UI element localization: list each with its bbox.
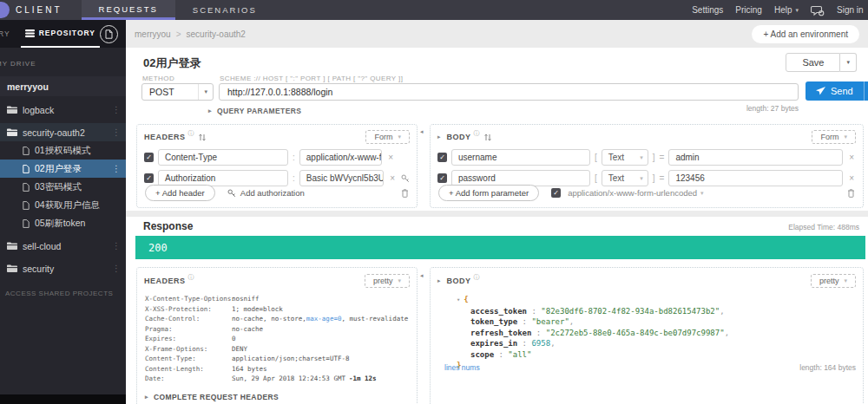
collapse-response-body-arrow[interactable]: ▸	[437, 277, 441, 284]
breadcrumb-project[interactable]: merryyou	[135, 29, 171, 39]
content-type-checkbox[interactable]: ✓	[551, 188, 561, 198]
chevron-down-icon: ▾	[398, 134, 401, 140]
json-lines: access_token : "82e30df6-8702-4f82-934a-…	[470, 306, 729, 361]
add-form-parameter-button[interactable]: + Add form parameter	[438, 185, 539, 201]
method-select[interactable]: POST ▾	[141, 83, 214, 101]
settings-menu-item[interactable]: Settings	[692, 5, 723, 15]
lines-nums-link[interactable]: lines nums	[444, 363, 480, 372]
request-icon	[23, 165, 30, 173]
kebab-menu-icon[interactable]: ⋮	[112, 241, 121, 251]
response-body-title: BODY	[447, 277, 471, 285]
tab-requests[interactable]: REQUESTS	[82, 0, 175, 20]
sidebar-item-04[interactable]: 04获取用户信息	[0, 196, 126, 214]
info-icon[interactable]: ⓘ	[188, 273, 194, 282]
body-form-mode-dropdown[interactable]: Form ▾	[812, 130, 856, 144]
remove-header-button[interactable]: ×	[386, 153, 395, 162]
sidebar-item-security-oauth2[interactable]: security-oauth2 ⋮	[0, 123, 126, 141]
sort-icon[interactable]	[484, 134, 491, 141]
response-headers-title: HEADERS	[144, 277, 186, 285]
param-enabled-checkbox[interactable]: ✓	[437, 173, 447, 183]
content-type-dropdown[interactable]: application/x-www-form-urlencoded ▾	[568, 188, 703, 198]
tab-scenarios[interactable]: SCENARIOS	[175, 0, 274, 20]
send-plane-icon	[816, 87, 825, 95]
remove-param-button[interactable]: ×	[847, 173, 856, 183]
json-line: scope : "all"	[470, 349, 729, 361]
key-icon[interactable]	[401, 174, 410, 183]
collapse-response-headers-arrow[interactable]: ◂	[420, 272, 424, 279]
header-enabled-checkbox[interactable]: ✓	[144, 153, 154, 162]
param-value-input[interactable]: admin	[668, 149, 843, 166]
json-line: refresh_token : "2c272eb5-88e0-465a-849c…	[470, 328, 729, 339]
info-icon[interactable]: ⓘ	[474, 273, 480, 282]
header-enabled-checkbox[interactable]: ✓	[144, 173, 154, 183]
sort-icon[interactable]	[199, 134, 206, 141]
sidebar-item-merryyou[interactable]: merryyou	[0, 76, 126, 96]
kebab-menu-icon[interactable]: ⋮	[112, 105, 121, 114]
sidebar-item-sell-cloud[interactable]: sell-cloud ⋮	[0, 237, 126, 255]
equals-separator: =	[660, 153, 665, 162]
json-collapse-arrow[interactable]: ▾	[457, 296, 460, 303]
collapse-headers-panel-arrow[interactable]: ◂	[420, 128, 424, 135]
request-headers-panel-head: HEADERS ⓘ Form ▾	[144, 129, 410, 145]
repository-icon	[25, 29, 35, 37]
request-icon	[23, 147, 30, 155]
json-line: expires_in : 6958,	[470, 338, 729, 349]
access-shared-projects-link[interactable]: ACCESS SHARED PROJECTS	[0, 290, 126, 297]
param-name-input[interactable]: username	[451, 149, 590, 166]
folder-icon	[7, 106, 17, 114]
chevron-right-icon: ▸	[208, 108, 212, 114]
url-input[interactable]: http://127.0.0.1:8888/login	[219, 83, 799, 101]
kebab-menu-icon[interactable]: ⋮	[112, 164, 121, 173]
sidebar-item-logback[interactable]: logback ⋮	[0, 101, 126, 119]
query-parameters-toggle[interactable]: ▸ QUERY PARAMETERS	[208, 107, 301, 115]
add-authorization-link[interactable]: Add authorization	[227, 188, 305, 198]
sidebar-item-05[interactable]: 05刷新token	[0, 214, 126, 232]
info-icon[interactable]: ⓘ	[188, 129, 194, 138]
response-body-view-dropdown[interactable]: pretty ▾	[811, 274, 856, 288]
tab-history[interactable]: HISTORY	[0, 29, 10, 38]
bracket-open: [	[595, 153, 597, 162]
info-icon[interactable]: ⓘ	[474, 129, 480, 138]
request-icon	[23, 201, 30, 210]
delete-body-button[interactable]	[847, 188, 855, 198]
sidebar-item-01[interactable]: 01授权码模式	[0, 141, 126, 160]
param-type-select[interactable]: Text ▾	[602, 149, 648, 166]
response-header-row: X-XSS-Protection: 1; mode=block	[145, 304, 411, 315]
help-menu-item[interactable]: Help▾	[774, 5, 799, 15]
headers-form-mode-dropdown[interactable]: Form ▾	[365, 130, 410, 144]
brand-label: CLIENT	[16, 5, 62, 15]
add-header-button[interactable]: + Add header	[145, 185, 215, 201]
kebab-menu-icon[interactable]: ⋮	[112, 264, 121, 273]
complete-request-headers-toggle[interactable]: ▸ COMPLETE REQUEST HEADERS	[145, 393, 279, 401]
sidebar-item-03[interactable]: 03密码模式	[0, 178, 126, 196]
request-body-panel-head: ▸ BODY ⓘ Form ▾	[437, 129, 856, 145]
new-request-button[interactable]	[100, 25, 118, 43]
method-value: POST	[142, 87, 198, 97]
tab-repository[interactable]: REPOSITORY	[21, 20, 100, 48]
header-name-input[interactable]: Content-Type	[158, 149, 288, 166]
breadcrumb-folder[interactable]: security-oauth2	[187, 29, 246, 39]
response-headers-view-dropdown[interactable]: pretty ▾	[365, 274, 410, 288]
chat-icon[interactable]	[811, 4, 825, 16]
save-button[interactable]: Save	[786, 53, 840, 72]
response-headers-list: X-Content-Type-Options: nosniff X-XSS-Pr…	[145, 294, 411, 384]
send-options-caret[interactable]: ▾	[864, 81, 868, 101]
sidebar-item-02-selected[interactable]: 02用户登录 ⋮	[0, 160, 126, 178]
send-button[interactable]: Send	[806, 81, 864, 101]
chevron-down-icon: ▾	[844, 277, 847, 284]
remove-param-button[interactable]: ×	[847, 153, 856, 162]
remove-header-button[interactable]: ×	[388, 173, 397, 183]
add-environment-button[interactable]: + Add an environment	[752, 25, 859, 43]
bracket-close: ]	[653, 173, 655, 183]
response-body-footer: lines nums length: 164 bytes	[444, 363, 856, 372]
delete-headers-button[interactable]	[401, 188, 409, 198]
sign-in-link[interactable]: Sign in	[837, 5, 868, 15]
param-enabled-checkbox[interactable]: ✓	[437, 153, 447, 162]
sidebar-item-security[interactable]: security ⋮	[0, 259, 126, 277]
pricing-menu-item[interactable]: Pricing	[735, 5, 762, 15]
kebab-menu-icon[interactable]: ⋮	[112, 127, 121, 137]
save-options-caret[interactable]: ▾	[840, 53, 857, 72]
header-value-input[interactable]: application/x-www-form-urlencoded	[299, 149, 382, 166]
collapse-body-panel-arrow[interactable]: ▸	[437, 134, 441, 140]
max-age-link[interactable]: max-age=0	[306, 315, 342, 323]
